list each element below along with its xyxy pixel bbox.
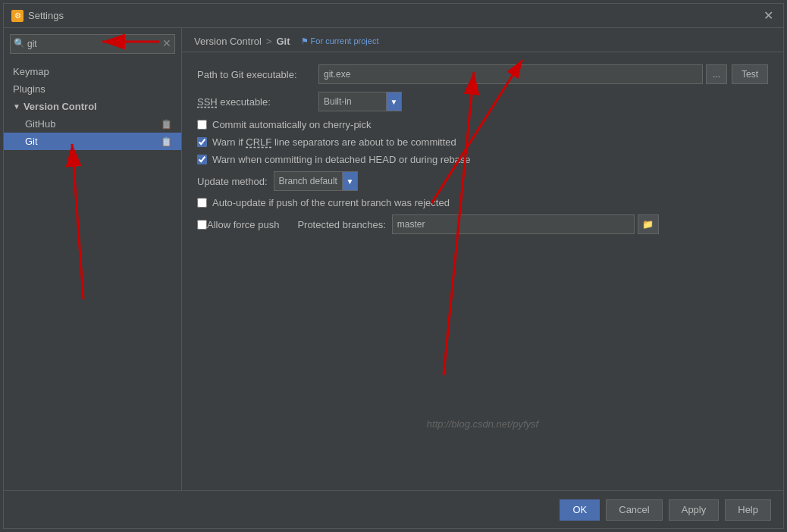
nav-group-version-control: ▼ Version Control GitHub 📋 Git 📋 [4, 98, 181, 150]
for-current-project-badge: ⚑ For current project [301, 36, 379, 46]
search-input[interactable] [10, 34, 175, 54]
settings-icon: ⚙ [11, 10, 24, 22]
protected-branches-label: Protected branches: [297, 219, 385, 230]
allow-force-checkbox[interactable] [197, 220, 207, 230]
protected-branches-input[interactable] [392, 214, 635, 234]
folder-icon: 📁 [642, 219, 654, 230]
test-button[interactable]: Test [732, 64, 768, 84]
browse-button[interactable]: ... [706, 64, 727, 84]
dialog-title: Settings [28, 10, 760, 21]
settings-dialog: ⚙ Settings ✕ 🔍 ✕ Keymap Plugins [3, 3, 784, 529]
github-edit-icon: 📋 [161, 119, 172, 130]
arrows-overlay [182, 52, 783, 490]
search-clear-icon[interactable]: ✕ [162, 37, 171, 49]
search-box: 🔍 ✕ [10, 34, 175, 54]
main-panel: Version Control > Git ⚑ For current proj… [182, 28, 783, 490]
sidebar-item-keymap[interactable]: Keymap [4, 63, 181, 80]
main-header: Version Control > Git ⚑ For current proj… [182, 28, 783, 52]
commit-auto-row: Commit automatically on cherry-pick [197, 119, 768, 130]
update-method-row: Update method: Branch default ▼ [197, 171, 768, 191]
content-area: 🔍 ✕ Keymap Plugins ▼ Version Control [4, 28, 783, 490]
close-button[interactable]: ✕ [760, 8, 776, 23]
ssh-select-arrow[interactable]: ▼ [387, 92, 402, 111]
git-edit-icon: 📋 [161, 136, 172, 147]
sidebar-item-github[interactable]: GitHub 📋 [4, 115, 181, 133]
allow-force-row: Allow force push Protected branches: 📁 [197, 214, 768, 234]
ok-button[interactable]: OK [560, 499, 600, 521]
warn-head-row: Warn when committing in detached HEAD or… [197, 154, 768, 165]
ssh-label: SSH executable: [197, 96, 318, 108]
watermark: http://blog.csdn.net/pyfysf [427, 418, 538, 430]
ssh-row: SSH executable: Built-in ▼ [197, 92, 768, 111]
sidebar-item-version-control[interactable]: ▼ Version Control [4, 98, 181, 115]
sidebar-item-plugins[interactable]: Plugins [4, 80, 181, 98]
breadcrumb-git: Git [276, 36, 290, 47]
path-input[interactable] [318, 64, 703, 84]
allow-force-label: Allow force push [207, 219, 279, 230]
ssh-select: Built-in ▼ [318, 92, 402, 111]
main-content: Path to Git executable: ... Test SSH exe… [182, 52, 783, 490]
chevron-down-icon: ▼ [13, 102, 20, 111]
warn-head-checkbox[interactable] [197, 155, 207, 164]
protected-branches-button[interactable]: 📁 [638, 214, 659, 234]
warn-crlf-label: Warn if CRLF line separators are about t… [212, 136, 456, 148]
help-button[interactable]: Help [725, 499, 771, 521]
nav-items: Keymap Plugins ▼ Version Control GitHub … [4, 60, 181, 153]
apply-button[interactable]: Apply [669, 499, 720, 521]
cancel-button[interactable]: Cancel [606, 499, 662, 521]
auto-update-row: Auto-update if push of the current branc… [197, 197, 768, 208]
update-method-select: Branch default ▼ [274, 171, 358, 191]
auto-update-checkbox[interactable] [197, 198, 207, 208]
warn-head-label: Warn when committing in detached HEAD or… [212, 154, 471, 165]
path-row: Path to Git executable: ... Test [197, 64, 768, 84]
path-label: Path to Git executable: [197, 69, 318, 80]
breadcrumb-vc: Version Control [194, 36, 262, 47]
warn-crlf-row: Warn if CRLF line separators are about t… [197, 136, 768, 148]
sidebar-item-git[interactable]: Git 📋 [4, 133, 181, 150]
update-method-arrow[interactable]: ▼ [343, 171, 358, 191]
commit-auto-checkbox[interactable] [197, 120, 207, 130]
search-icon: 🔍 [14, 38, 25, 49]
commit-auto-label: Commit automatically on cherry-pick [212, 119, 372, 130]
nav-sub-items: GitHub 📋 Git 📋 [4, 115, 181, 150]
warn-crlf-checkbox[interactable] [197, 137, 207, 147]
breadcrumb-separator: > [266, 36, 272, 47]
title-bar: ⚙ Settings ✕ [4, 4, 783, 28]
footer: OK Cancel Apply Help [4, 490, 783, 528]
ssh-select-value[interactable]: Built-in [318, 92, 387, 111]
sidebar: 🔍 ✕ Keymap Plugins ▼ Version Control [4, 28, 182, 490]
update-method-label: Update method: [197, 176, 268, 187]
update-method-value[interactable]: Branch default [274, 171, 343, 191]
auto-update-label: Auto-update if push of the current branc… [212, 197, 450, 208]
